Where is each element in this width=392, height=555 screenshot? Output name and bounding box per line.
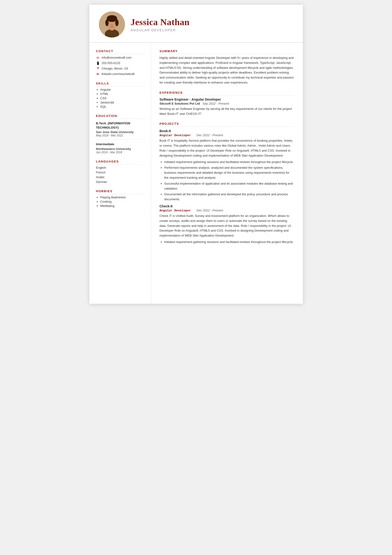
skill-item: CSS bbox=[100, 96, 145, 100]
hobby-item: Meditating bbox=[100, 204, 145, 208]
header-info: Jessica Nathan ANGULAR DEVELOPER bbox=[131, 17, 190, 32]
skills-section-title: SKILLS bbox=[96, 82, 145, 86]
project-bullet: Documented all the information gathered … bbox=[164, 192, 294, 202]
edu-dates-2: Jun 2016 - Mar 2018 bbox=[96, 151, 145, 154]
hobby-item: Playing Badminton bbox=[100, 196, 145, 199]
envelope-icon: ✉ bbox=[96, 56, 100, 59]
project-bullet: Initiated requirement gathering sessions… bbox=[164, 240, 294, 245]
languages-section: LANGUAGES English French Arabic German bbox=[96, 160, 145, 184]
exp-company-line-1: Sticsoft E Solutions Pvt Ltd Sep 2022 - … bbox=[160, 102, 294, 105]
contact-email: ✉ info@resumekraft.com bbox=[96, 56, 145, 59]
candidate-title: ANGULAR DEVELOPER bbox=[131, 28, 190, 32]
project-role-line-1: Angular Developer Dec 2022 - Present bbox=[160, 133, 294, 137]
project-item-1: Book-It Angular Developer Dec 2022 - Pre… bbox=[160, 129, 294, 202]
project-bullets-1: Initiated requirement gathering sessions… bbox=[160, 160, 294, 202]
project-role-1: Angular Developer bbox=[160, 134, 191, 137]
project-bullet: Initiated requirement gathering sessions… bbox=[164, 160, 294, 165]
experience-item-1: Software Engineer - Angular Developer St… bbox=[160, 97, 294, 117]
education-section-title: EDUCATION bbox=[96, 114, 145, 119]
email-text: info@resumekraft.com bbox=[102, 56, 132, 59]
exp-desc-1: Working as an Software Engineer by servi… bbox=[160, 107, 294, 117]
summary-section: SUMMARY Highly skilled and detail-orient… bbox=[160, 49, 294, 85]
projects-section: PROJECTS Book-It Angular Developer Dec 2… bbox=[160, 122, 294, 244]
phone-text: 202-555-0120 bbox=[102, 61, 120, 65]
project-desc-2: Check IT is Unified Audit, Survey and As… bbox=[160, 213, 294, 238]
contact-phone: 📱 202-555-0120 bbox=[96, 61, 145, 65]
project-bullet: Successful implementation of application… bbox=[164, 181, 294, 191]
hobbies-list: Playing Badminton Cooking Meditating bbox=[96, 196, 145, 208]
contact-location: 📍 Chicago, Illinois, US bbox=[96, 67, 145, 71]
svg-point-11 bbox=[111, 24, 112, 26]
project-dates-2: Dec 2022 - Present bbox=[197, 209, 223, 212]
main-content: SUMMARY Highly skilled and detail-orient… bbox=[151, 43, 303, 304]
education-item-1: B.Tech. (INFORMATION TECHNOLOGY) San Jos… bbox=[96, 121, 145, 137]
exp-company-name-1: Sticsoft E Solutions Pvt Ltd bbox=[160, 102, 200, 105]
contact-section: CONTACT ✉ info@resumekraft.com 📱 202-555… bbox=[96, 49, 145, 76]
project-bullets-2: Initiated requirement gathering sessions… bbox=[160, 240, 294, 245]
project-role-2: Angular Developer bbox=[160, 209, 191, 212]
phone-icon: 📱 bbox=[96, 61, 100, 65]
resume-container: Jessica Nathan ANGULAR DEVELOPER CONTACT… bbox=[89, 5, 303, 304]
skill-item: HTML bbox=[100, 92, 145, 96]
language-arabic: Arabic bbox=[96, 175, 145, 179]
linkedin-text: linkedin.com/resumekraft bbox=[102, 72, 135, 76]
contact-section-title: CONTACT bbox=[96, 49, 145, 54]
skills-section: SKILLS Angular HTML CSS Javascript SQL bbox=[96, 82, 145, 109]
contact-linkedin: in linkedin.com/resumekraft bbox=[96, 72, 145, 76]
edu-school-2: Northeastern University bbox=[96, 147, 145, 151]
location-text: Chicago, Illinois, US bbox=[102, 67, 128, 70]
project-desc-1: Book IT is hospitality Service platform … bbox=[160, 138, 294, 158]
project-dates-1: Dec 2022 - Present bbox=[197, 133, 223, 137]
svg-point-10 bbox=[113, 23, 114, 24]
exp-dates-1: Sep 2022 - Present bbox=[203, 102, 229, 105]
skills-list: Angular HTML CSS Javascript SQL bbox=[96, 88, 145, 109]
edu-dates-1: May 2018 - Mar 2022 bbox=[96, 134, 145, 137]
language-english: English bbox=[96, 166, 145, 169]
skill-item: SQL bbox=[100, 105, 145, 109]
language-german: German bbox=[96, 180, 145, 184]
summary-section-title: SUMMARY bbox=[160, 49, 294, 54]
linkedin-icon: in bbox=[96, 72, 100, 76]
education-item-2: Intermediate Northeastern University Jun… bbox=[96, 142, 145, 154]
resume-body: CONTACT ✉ info@resumekraft.com 📱 202-555… bbox=[89, 43, 303, 304]
project-item-2: Check-It Angular Developer Dec 2022 - Pr… bbox=[160, 204, 294, 245]
experience-section-title: EXPERIENCE bbox=[160, 91, 294, 96]
experience-section: EXPERIENCE Software Engineer - Angular D… bbox=[160, 91, 294, 117]
project-title-2: Check-It bbox=[160, 204, 294, 208]
project-role-line-2: Angular Developer Dec 2022 - Present bbox=[160, 209, 294, 212]
summary-text: Highly skilled and detail-oriented Angul… bbox=[160, 56, 294, 85]
project-bullet: Performed requirements analysis, analyze… bbox=[164, 165, 294, 180]
hobby-item: Cooking bbox=[100, 200, 145, 203]
location-icon: 📍 bbox=[96, 67, 100, 71]
svg-point-5 bbox=[105, 19, 109, 26]
skill-item: Angular bbox=[100, 88, 145, 91]
avatar bbox=[99, 11, 125, 37]
svg-point-9 bbox=[110, 23, 111, 24]
language-french: French bbox=[96, 171, 145, 174]
svg-point-6 bbox=[115, 19, 119, 26]
edu-degree-1: B.Tech. (INFORMATION TECHNOLOGY) bbox=[96, 121, 145, 130]
skill-item: Javascript bbox=[100, 101, 145, 104]
candidate-name: Jessica Nathan bbox=[131, 17, 190, 27]
edu-degree-2: Intermediate bbox=[96, 142, 145, 146]
exp-job-title-1: Software Engineer - Angular Developer bbox=[160, 97, 294, 101]
projects-section-title: PROJECTS bbox=[160, 122, 294, 127]
project-title-1: Book-It bbox=[160, 129, 294, 133]
education-section: EDUCATION B.Tech. (INFORMATION TECHNOLOG… bbox=[96, 114, 145, 154]
hobbies-section-title: HOBBIES bbox=[96, 189, 145, 194]
sidebar: CONTACT ✉ info@resumekraft.com 📱 202-555… bbox=[89, 43, 151, 304]
resume-header: Jessica Nathan ANGULAR DEVELOPER bbox=[89, 5, 303, 43]
languages-section-title: LANGUAGES bbox=[96, 160, 145, 164]
edu-school-1: San Jose State University bbox=[96, 130, 145, 134]
hobbies-section: HOBBIES Playing Badminton Cooking Medita… bbox=[96, 189, 145, 208]
